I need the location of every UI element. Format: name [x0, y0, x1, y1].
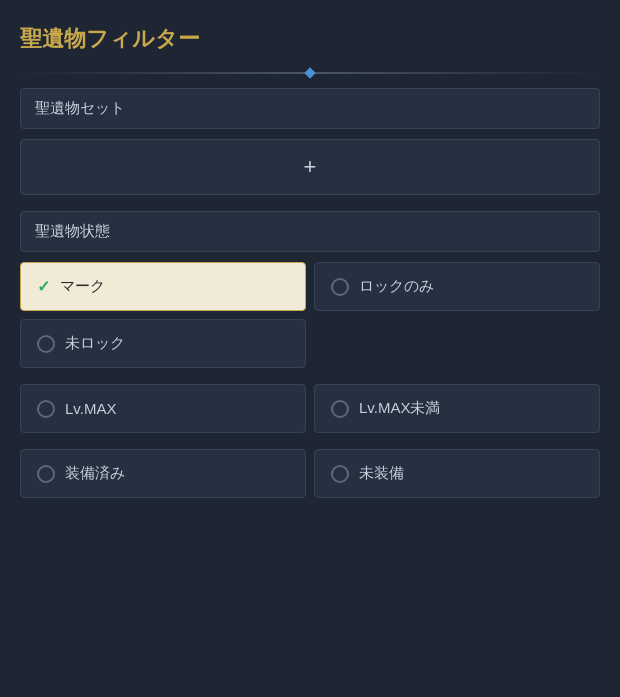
radio-circle-unequipped [331, 465, 349, 483]
radio-circle-lv-below [331, 400, 349, 418]
filter-panel: 聖遺物フィルター 聖遺物セット + 聖遺物状態 ✓ マーク ロックのみ 未ロック [0, 0, 620, 697]
radio-circle-equipped [37, 465, 55, 483]
radio-circle-lvmax [37, 400, 55, 418]
option-unlocked[interactable]: 未ロック [20, 319, 306, 368]
option-lv-max[interactable]: Lv.MAX [20, 384, 306, 433]
level-options: Lv.MAX Lv.MAX未満 [20, 384, 600, 433]
option-mark[interactable]: ✓ マーク [20, 262, 306, 311]
radio-circle-lock [331, 278, 349, 296]
divider [20, 72, 600, 74]
status-options: ✓ マーク ロックのみ 未ロック [20, 262, 600, 368]
options-row-3: Lv.MAX Lv.MAX未満 [20, 384, 600, 433]
option-lv-below-max-label: Lv.MAX未満 [359, 399, 440, 418]
option-equipped[interactable]: 装備済み [20, 449, 306, 498]
option-lock-only-label: ロックのみ [359, 277, 434, 296]
options-row-2: 未ロック [20, 319, 600, 368]
set-section-header: 聖遺物セット [20, 88, 600, 129]
option-mark-label: マーク [60, 277, 105, 296]
option-unlocked-label: 未ロック [65, 334, 125, 353]
status-section-header: 聖遺物状態 [20, 211, 600, 252]
equip-options: 装備済み 未装備 [20, 449, 600, 498]
radio-circle-unlocked [37, 335, 55, 353]
options-row-4: 装備済み 未装備 [20, 449, 600, 498]
option-equipped-label: 装備済み [65, 464, 125, 483]
option-lock-only[interactable]: ロックのみ [314, 262, 600, 311]
divider-diamond [304, 67, 315, 78]
option-lv-below-max[interactable]: Lv.MAX未満 [314, 384, 600, 433]
add-set-button[interactable]: + [20, 139, 600, 195]
option-unequipped-label: 未装備 [359, 464, 404, 483]
check-icon: ✓ [37, 277, 50, 296]
option-lv-max-label: Lv.MAX [65, 400, 116, 417]
page-title: 聖遺物フィルター [20, 24, 600, 54]
options-row-1: ✓ マーク ロックのみ [20, 262, 600, 311]
option-unequipped[interactable]: 未装備 [314, 449, 600, 498]
